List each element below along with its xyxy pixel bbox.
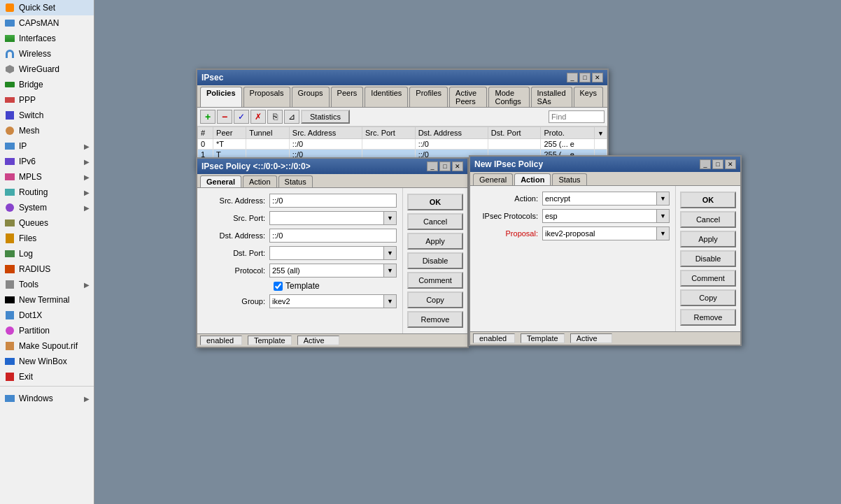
tab-action[interactable]: Action [243,175,277,187]
ipsec-protocols-input[interactable] [542,209,657,223]
sidebar-item-ppp[interactable]: PPP [0,92,94,108]
filter-button[interactable]: ⊿ [284,110,299,124]
tab-status[interactable]: Status [278,175,313,187]
sidebar-item-switch[interactable]: Switch [0,108,94,123]
table-row[interactable]: 0 *T ::/0 ::/0 255 (... e [198,139,607,150]
sidebar-item-files[interactable]: Files [0,231,94,246]
sidebar-item-ip[interactable]: IP ▶ [0,138,94,154]
tab-identities[interactable]: Identities [365,87,408,107]
disable-button[interactable]: Disable [680,250,736,267]
copy-button[interactable]: ⎘ [267,110,283,124]
sidebar-item-radius[interactable]: RADIUS [0,261,94,277]
ok-button[interactable]: OK [407,194,463,210]
status-template: Template [521,333,565,343]
check-button[interactable]: ✓ [234,110,249,124]
maximize-button[interactable]: □ [579,73,591,82]
close-button[interactable]: ✕ [452,161,463,171]
apply-button[interactable]: Apply [407,233,463,250]
add-button[interactable]: + [200,110,215,124]
src-port-input[interactable] [269,211,384,225]
x-button[interactable]: ✗ [250,110,266,124]
cancel-button[interactable]: Cancel [680,211,736,228]
maximize-button[interactable]: □ [439,161,451,171]
policy-titlebar[interactable]: IPsec Policy <::/0:0->::/0:0> _ □ ✕ [197,159,467,174]
tab-general[interactable]: General [200,175,241,187]
sidebar-item-ipv6[interactable]: IPv6 ▶ [0,154,94,169]
src-port-dropdown[interactable]: ▼ [384,211,397,225]
sidebar-item-label: Tools [19,280,84,289]
protocol-dropdown[interactable]: ▼ [384,264,397,278]
close-button[interactable]: ✕ [592,73,603,82]
sidebar-item-label: New Terminal [19,295,90,305]
sidebar-item-newwinbox[interactable]: New WinBox [0,354,94,369]
new-ipsec-titlebar[interactable]: New IPsec Policy _ □ ✕ [470,157,740,172]
apply-button[interactable]: Apply [680,231,736,247]
tab-status[interactable]: Status [552,173,586,185]
template-checkbox[interactable] [274,282,283,291]
copy-button[interactable]: Copy [680,289,736,306]
tab-active-peers[interactable]: Active Peers [449,87,487,107]
remove-button[interactable]: − [217,110,232,124]
minimize-button[interactable]: _ [700,159,711,169]
tab-keys[interactable]: Keys [574,87,603,107]
tab-profiles[interactable]: Profiles [409,87,448,107]
dst-port-dropdown[interactable]: ▼ [384,246,397,260]
sidebar: Quick Set CAPsMAN Interfaces Wireless Wi… [0,0,94,504]
maximize-button[interactable]: □ [712,159,723,169]
sidebar-item-dot1x[interactable]: Dot1X [0,308,94,323]
group-dropdown[interactable]: ▼ [384,294,397,308]
sidebar-item-mpls[interactable]: MPLS ▶ [0,169,94,185]
tab-action[interactable]: Action [514,173,551,185]
tab-mode-configs[interactable]: Mode Configs [488,87,529,107]
proposal-dropdown[interactable]: ▼ [657,226,670,240]
tab-installed-sas[interactable]: Installed SAs [531,87,572,107]
cancel-button[interactable]: Cancel [407,213,463,230]
sidebar-item-terminal[interactable]: New Terminal [0,292,94,308]
sidebar-item-log[interactable]: Log [0,246,94,261]
statistics-button[interactable]: Statistics [301,110,350,124]
sidebar-item-makesupout[interactable]: Make Supout.rif [0,338,94,354]
sidebar-item-capsman[interactable]: CAPsMAN [0,15,94,31]
tab-peers[interactable]: Peers [331,87,364,107]
protocol-input[interactable] [269,264,384,278]
sidebar-item-interfaces[interactable]: Interfaces [0,31,94,46]
src-address-input[interactable] [269,194,397,208]
minimize-button[interactable]: _ [427,161,438,171]
sidebar-item-partition[interactable]: Partition [0,323,94,338]
ok-button[interactable]: OK [680,192,736,208]
action-input[interactable] [542,192,657,206]
comment-button[interactable]: Comment [407,272,463,289]
sidebar-item-system[interactable]: System ▶ [0,200,94,215]
close-button[interactable]: ✕ [725,159,736,169]
tab-proposals[interactable]: Proposals [243,87,290,107]
disable-button[interactable]: Disable [407,252,463,269]
proposal-input[interactable] [542,226,657,240]
tab-policies[interactable]: Policies [200,87,242,107]
copy-button[interactable]: Copy [407,291,463,308]
ipsec-protocols-wrapper: ▼ [542,209,670,223]
tab-general[interactable]: General [473,173,513,185]
remove-button[interactable]: Remove [680,309,736,326]
dst-address-input[interactable] [269,229,397,243]
remove-button[interactable]: Remove [407,311,463,328]
group-input[interactable] [269,294,384,308]
sidebar-item-tools[interactable]: Tools ▶ [0,277,94,292]
sidebar-item-exit[interactable]: Exit [0,369,94,384]
sidebar-item-queues[interactable]: Queues [0,215,94,231]
sidebar-item-wireguard[interactable]: WireGuard [0,62,94,77]
sidebar-item-mesh[interactable]: Mesh [0,123,94,138]
action-dropdown[interactable]: ▼ [657,192,670,206]
find-input[interactable] [549,110,605,123]
tab-groups[interactable]: Groups [292,87,330,107]
comment-button[interactable]: Comment [680,270,736,287]
ipsec-protocols-dropdown[interactable]: ▼ [657,209,670,223]
sidebar-item-routing[interactable]: Routing ▶ [0,185,94,200]
sidebar-item-windows[interactable]: Windows ▶ [0,391,94,406]
ipsec-titlebar[interactable]: IPsec _ □ ✕ [197,70,607,85]
sidebar-item-bridge[interactable]: Bridge [0,77,94,92]
sidebar-item-quickset[interactable]: Quick Set [0,0,94,15]
minimize-button[interactable]: _ [567,73,578,82]
sidebar-item-wireless[interactable]: Wireless [0,46,94,62]
cell-tunnel [246,139,290,150]
dst-port-input[interactable] [269,246,384,260]
